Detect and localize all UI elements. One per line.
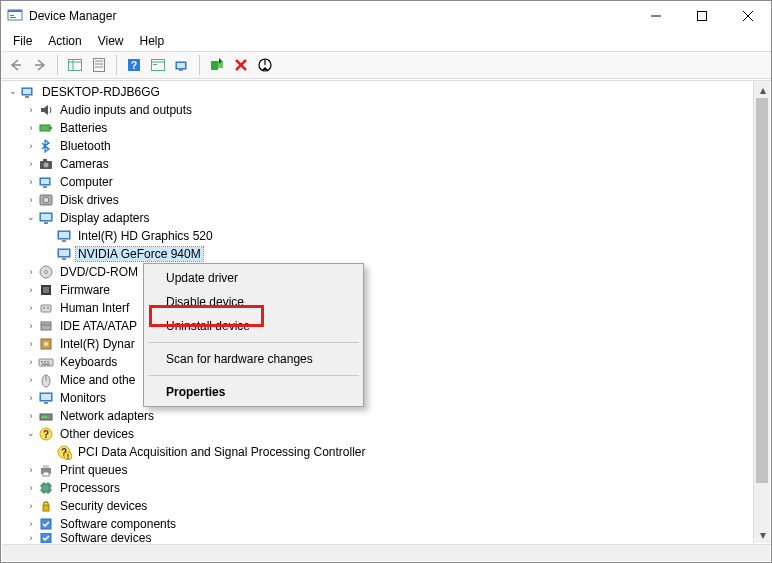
tree-category[interactable]: ›Processors (2, 479, 752, 497)
svg-rect-5 (698, 12, 707, 21)
uninstall-button[interactable] (230, 54, 252, 76)
tree-category[interactable]: ›Firmware (2, 281, 752, 299)
expand-icon[interactable]: › (24, 301, 38, 315)
tree-category[interactable]: ⌄Display adapters (2, 209, 752, 227)
tree-category[interactable]: ›Software devices (2, 533, 752, 543)
tree-category[interactable]: ›Disk drives (2, 191, 752, 209)
expand-icon[interactable]: › (24, 481, 38, 495)
tree-category[interactable]: ›Batteries (2, 119, 752, 137)
disable-button[interactable] (254, 54, 276, 76)
context-menu-item[interactable]: Scan for hardware changes (146, 347, 361, 371)
menu-action[interactable]: Action (40, 34, 89, 48)
tree-category[interactable]: ›Cameras (2, 155, 752, 173)
expand-icon[interactable]: › (24, 139, 38, 153)
tree-category[interactable]: ›Mice and othe (2, 371, 752, 389)
svg-rect-3 (10, 17, 16, 18)
expand-icon[interactable]: › (24, 121, 38, 135)
minimize-button[interactable] (633, 1, 679, 31)
tree-node-label: Intel(R) Dynar (58, 337, 137, 351)
tree-category[interactable]: ›DVD/CD-ROM (2, 263, 752, 281)
expand-icon[interactable]: › (24, 337, 38, 351)
svg-rect-49 (59, 250, 69, 256)
tree-category[interactable]: ›Security devices (2, 497, 752, 515)
tree-category[interactable]: ›Monitors (2, 389, 752, 407)
collapse-icon[interactable]: ⌄ (24, 426, 38, 440)
horizontal-scrollbar[interactable] (2, 544, 770, 561)
svg-rect-43 (41, 214, 51, 220)
tree-category[interactable]: ›Bluetooth (2, 137, 752, 155)
tree-node-label: Batteries (58, 121, 109, 135)
context-menu-item[interactable]: Disable device (146, 290, 361, 314)
show-hide-tree-button[interactable] (64, 54, 86, 76)
toolbar-separator (116, 55, 117, 75)
tree-category[interactable]: ›IDE ATA/ATAP (2, 317, 752, 335)
expand-icon[interactable]: › (24, 533, 38, 543)
tree-root[interactable]: ⌄DESKTOP-RDJB6GG (2, 83, 752, 101)
menu-view[interactable]: View (90, 34, 132, 48)
expand-icon[interactable]: › (24, 355, 38, 369)
monitor-icon (38, 390, 54, 406)
toolbar: ? (1, 51, 771, 79)
properties-button[interactable] (88, 54, 110, 76)
forward-button[interactable] (29, 54, 51, 76)
expand-icon[interactable]: › (24, 193, 38, 207)
svg-rect-13 (94, 59, 105, 72)
context-menu-item[interactable]: Uninstall device (146, 314, 361, 338)
tree-category[interactable]: ›Network adapters (2, 407, 752, 425)
help-button[interactable]: ? (123, 54, 145, 76)
expand-icon[interactable]: › (24, 103, 38, 117)
expand-icon[interactable]: › (24, 463, 38, 477)
tree-category[interactable]: ›Intel(R) Dynar (2, 335, 752, 353)
expand-icon[interactable]: › (24, 319, 38, 333)
maximize-button[interactable] (679, 1, 725, 31)
back-button[interactable] (5, 54, 27, 76)
tree-category[interactable]: ›Computer (2, 173, 752, 191)
svg-rect-50 (62, 258, 66, 260)
svg-rect-70 (41, 394, 51, 400)
expand-icon[interactable]: › (24, 283, 38, 297)
tree-category[interactable]: ⌄?Other devices (2, 425, 752, 443)
svg-point-41 (43, 197, 49, 203)
device-tree[interactable]: ⌄DESKTOP-RDJB6GG›Audio inputs and output… (2, 81, 752, 543)
tree-node-label: Monitors (58, 391, 108, 405)
collapse-icon[interactable]: ⌄ (24, 210, 38, 224)
menu-file[interactable]: File (5, 34, 40, 48)
ide-icon (38, 318, 54, 334)
tree-category[interactable]: ›Audio inputs and outputs (2, 101, 752, 119)
tree-device[interactable]: Intel(R) HD Graphics 520 (2, 227, 752, 245)
update-driver-button[interactable] (206, 54, 228, 76)
tree-device[interactable]: NVIDIA GeForce 940M (2, 245, 752, 263)
action-button[interactable] (147, 54, 169, 76)
scroll-up-button[interactable]: ▴ (754, 81, 770, 98)
collapse-icon[interactable]: ⌄ (6, 84, 20, 98)
expand-icon[interactable]: › (24, 157, 38, 171)
tree-category[interactable]: ›Keyboards (2, 353, 752, 371)
menu-help[interactable]: Help (132, 34, 173, 48)
tree-category[interactable]: ›Software components (2, 515, 752, 533)
tree-category[interactable]: ›Human Interf (2, 299, 752, 317)
expand-icon[interactable]: › (24, 499, 38, 513)
scroll-down-button[interactable]: ▾ (754, 526, 770, 543)
scan-hardware-button[interactable] (171, 54, 193, 76)
tree-node-label: DVD/CD-ROM (58, 265, 140, 279)
expand-icon[interactable]: › (24, 517, 38, 531)
tree-device[interactable]: ?!PCI Data Acquisition and Signal Proces… (2, 443, 752, 461)
expand-icon[interactable]: › (24, 373, 38, 387)
tree-node-label: Print queues (58, 463, 129, 477)
context-menu-item[interactable]: Update driver (146, 266, 361, 290)
svg-point-52 (45, 271, 48, 274)
hid-icon (38, 300, 54, 316)
tree-category[interactable]: ›Print queues (2, 461, 752, 479)
svg-text:?: ? (131, 60, 137, 71)
expand-icon[interactable]: › (24, 265, 38, 279)
expand-icon[interactable]: › (24, 175, 38, 189)
vertical-scrollbar[interactable]: ▴ ▾ (753, 81, 770, 543)
scroll-track[interactable] (754, 98, 770, 526)
close-button[interactable] (725, 1, 771, 31)
scroll-thumb[interactable] (756, 98, 768, 483)
svg-rect-54 (43, 287, 49, 293)
expand-icon[interactable]: › (24, 409, 38, 423)
context-menu-item[interactable]: Properties (146, 380, 361, 404)
tree-node-label: Bluetooth (58, 139, 113, 153)
expand-icon[interactable]: › (24, 391, 38, 405)
